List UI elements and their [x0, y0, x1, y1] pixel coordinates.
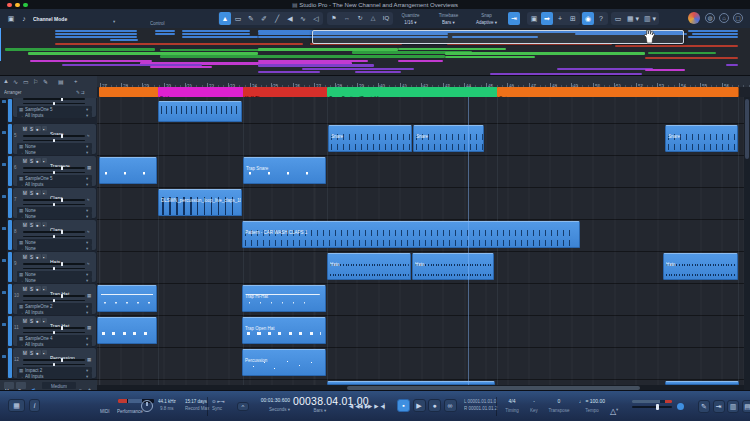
volume-thumb[interactable] — [61, 230, 63, 234]
volume-thumb[interactable] — [61, 166, 63, 170]
overview-toggle-button[interactable]: ◉ — [582, 12, 594, 25]
notifications-button[interactable]: ▢ — [733, 13, 743, 23]
input-select[interactable]: →None▾ — [17, 277, 92, 283]
clip[interactable] — [97, 317, 157, 344]
pan-slider[interactable] — [23, 140, 85, 142]
vertical-scrollbar[interactable] — [744, 97, 750, 390]
pan-thumb[interactable] — [53, 139, 55, 143]
channel-mode-select[interactable]: Channel Mode 4 - Spectacular ▾ — [33, 11, 123, 26]
track-row[interactable]: 9MS●▪Hats≈▦None▾→None▾ — [7, 251, 97, 283]
volume-thumb[interactable] — [61, 98, 63, 101]
arranger-section[interactable]: Outro — [497, 87, 739, 97]
overview-playhead[interactable] — [0, 28, 1, 61]
envelope-tool[interactable]: ∿ — [13, 78, 18, 85]
track-row[interactable]: 6MS●▪Trancere▦▦SampleOne 5▾→All Inputs▾ — [7, 155, 97, 187]
record-button[interactable]: ● — [428, 399, 441, 412]
track-row[interactable]: 7MS●▪Claps≈▦None▾→None▾ — [7, 187, 97, 219]
volume-slider[interactable] — [23, 231, 85, 233]
draw-lane-tool[interactable]: ✎ — [43, 78, 48, 85]
arrange-cursor-tool[interactable]: ▲ — [3, 78, 9, 84]
mute-button[interactable]: M — [22, 222, 28, 228]
mute-tool[interactable]: ◀ — [284, 12, 296, 25]
track-size-select[interactable]: Medium — [42, 382, 76, 389]
monitor-button[interactable]: ▪ — [42, 254, 48, 260]
mute-button[interactable]: M — [22, 350, 28, 356]
add-track-button[interactable]: + — [554, 12, 566, 25]
inspector-panel-button[interactable]: ⇥ — [713, 400, 725, 413]
audio-device-icon[interactable]: ♪ — [18, 12, 30, 25]
track-row[interactable]: 12MS●▪Percussion▦▦Impact 2▾→All Inputs▾ — [7, 347, 97, 379]
pan-slider[interactable] — [23, 204, 85, 206]
clip[interactable]: Pattern - CAR WASH CLAPS 1 — [242, 221, 580, 248]
arrange-view-button[interactable]: ➡ — [541, 12, 553, 25]
mute-button[interactable]: M — [22, 286, 28, 292]
volume-thumb[interactable] — [61, 358, 63, 362]
pencil-tool[interactable]: ✎ — [245, 12, 257, 25]
pan-slider[interactable] — [23, 103, 85, 105]
key-display[interactable]: -Key — [526, 399, 542, 415]
clip[interactable]: Snare — [413, 125, 484, 152]
solo-button[interactable]: S — [29, 222, 35, 228]
edit-pencil-button[interactable]: ✎ — [698, 400, 710, 413]
help-button[interactable]: ? — [595, 12, 607, 25]
instrument-select[interactable]: ▦SampleOne 5▾ — [17, 175, 92, 181]
instrument-select[interactable]: ▦None▾ — [17, 239, 92, 245]
mixer-toggle-button[interactable]: ▥ ▾ — [642, 12, 658, 25]
volume-thumb[interactable] — [61, 294, 63, 298]
track-row[interactable]: 11MS●▪Trap Hat▦▦SampleOne 4▾→All Inputs▾ — [7, 315, 97, 347]
record-arm-button[interactable]: ● — [35, 190, 41, 196]
clip[interactable]: Trap Open Hat — [242, 317, 326, 344]
pan-slider[interactable] — [23, 364, 85, 366]
instrument-select[interactable]: ▦SampleOne 4▾ — [17, 335, 92, 341]
record-arm-button[interactable]: ● — [35, 222, 41, 228]
instrument-select[interactable]: ▦SampleOne 5▾ — [17, 106, 92, 112]
range-tool[interactable]: ▭ — [232, 12, 244, 25]
volume-slider[interactable] — [23, 199, 85, 201]
track-row[interactable]: 10MS●▪Trap Hat▦▦SampleOne 2▾→All Inputs▾ — [7, 283, 97, 315]
pan-slider[interactable] — [23, 268, 85, 270]
mixer-panel-button[interactable]: ▥ — [727, 400, 739, 413]
solo-button[interactable]: S — [29, 254, 35, 260]
mute-button[interactable]: M — [22, 254, 28, 260]
monitor-button[interactable]: ▪ — [42, 190, 48, 196]
home-button[interactable]: ⌂ — [719, 13, 729, 23]
volume-slider[interactable] — [632, 406, 672, 408]
clip[interactable]: Hats — [412, 253, 494, 280]
marker-tool[interactable]: ⚑ — [328, 12, 340, 25]
pan-thumb[interactable] — [53, 171, 55, 175]
goto-start-button[interactable]: ◀ — [349, 403, 352, 409]
snap-toggle-button[interactable]: ⇥ — [508, 12, 520, 25]
horizontal-scrollbar-thumb[interactable] — [347, 386, 640, 390]
playhead[interactable] — [468, 97, 469, 385]
volume-thumb[interactable] — [61, 134, 63, 138]
input-select[interactable]: →None▾ — [17, 245, 92, 251]
clip[interactable] — [99, 157, 157, 184]
arrangement-area[interactable]: SnareSnareSnareTrap SnareDLSWN_percussio… — [97, 97, 744, 385]
add-lane-button[interactable]: + — [74, 78, 78, 84]
volume-thumb[interactable] — [61, 198, 63, 202]
input-select[interactable]: →None▾ — [17, 213, 92, 219]
input-select[interactable]: →None▾ — [17, 149, 92, 155]
instrument-select[interactable]: ▦SampleOne 2▾ — [17, 303, 92, 309]
vertical-scrollbar-thumb[interactable] — [745, 99, 749, 159]
grid-view-button[interactable]: ⊞ — [567, 12, 579, 25]
midi-keyboard-button[interactable]: ▦ — [8, 399, 25, 412]
clip[interactable]: Hats — [663, 253, 738, 280]
volume-slider[interactable] — [23, 359, 85, 361]
track-view-button[interactable]: ▣ — [528, 12, 540, 25]
monitor-button[interactable]: ▪ — [42, 158, 48, 164]
track-row[interactable]: MS●▪▦SampleOne 5▾→All Inputs▾ — [7, 98, 97, 123]
pan-slider[interactable] — [23, 300, 85, 302]
instrument-select[interactable]: ▦None▾ — [17, 143, 92, 149]
monitor-button[interactable]: ▪ — [42, 126, 48, 132]
collapse-transport-button[interactable]: ^ — [237, 402, 249, 411]
paint-tool[interactable]: ✐ — [258, 12, 270, 25]
input-select[interactable]: →All Inputs▾ — [17, 373, 92, 379]
instrument-select[interactable]: ▦None▾ — [17, 207, 92, 213]
tempo-display[interactable]: ♩ = 100.00Tempo — [576, 399, 608, 415]
clip[interactable]: Trap Hi-Hat — [242, 285, 326, 312]
window-mode-icon[interactable]: ▣ — [5, 12, 17, 25]
volume-slider[interactable] — [23, 263, 85, 265]
arranger-section[interactable]: Open Section (Scratch) — [327, 87, 498, 97]
volume-slider-thumb[interactable] — [656, 404, 659, 410]
